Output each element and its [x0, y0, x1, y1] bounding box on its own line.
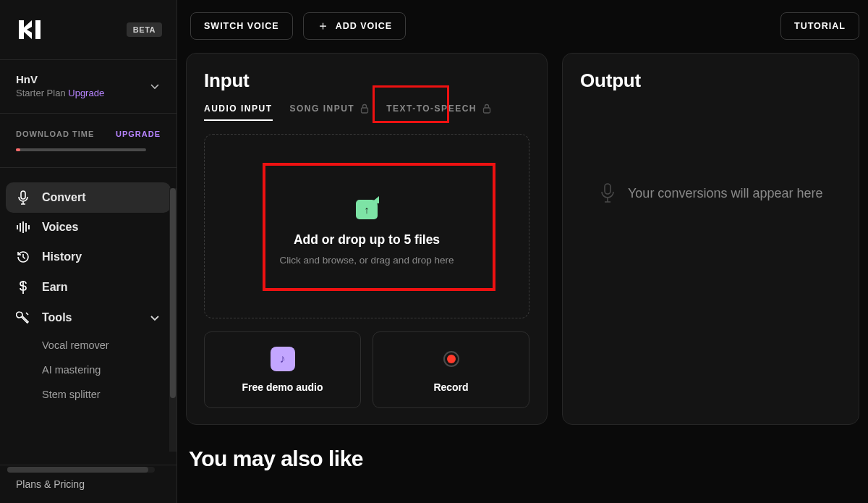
nav-convert[interactable]: Convert	[6, 182, 171, 213]
output-empty-text: Your conversions will appear here	[628, 186, 823, 201]
nav-vocal-remover[interactable]: Vocal remover	[6, 333, 171, 358]
nav-voices-label: Voices	[42, 221, 78, 234]
download-upgrade-link[interactable]: UPGRADE	[116, 130, 161, 138]
nav-earn[interactable]: Earn	[6, 272, 171, 303]
drop-title: Add or drop up to 5 files	[294, 232, 440, 248]
nav-convert-label: Convert	[42, 191, 85, 204]
demo-audio-button[interactable]: ♪ Free demo audio	[204, 331, 361, 408]
sidebar-scrollbar[interactable]	[169, 188, 176, 452]
main-area: SWITCH VOICE ＋ ADD VOICE TUTORIAL Input …	[177, 0, 868, 503]
record-button[interactable]: Record	[373, 331, 529, 408]
svg-rect-2	[483, 108, 490, 113]
input-tabs: AUDIO INPUT SONG INPUT TEXT-TO-SPEECH	[204, 103, 529, 121]
record-icon	[439, 347, 464, 371]
dollar-icon	[16, 280, 30, 295]
sidebar-hscroll[interactable]	[7, 467, 155, 473]
file-drop-zone[interactable]: ↑ Add or drop up to 5 files Click and br…	[204, 134, 529, 318]
switch-voice-button[interactable]: SWITCH VOICE	[190, 12, 293, 40]
nav-ai-mastering[interactable]: AI mastering	[6, 358, 171, 382]
lock-icon	[482, 103, 491, 114]
nav-earn-label: Earn	[42, 281, 68, 294]
top-toolbar: SWITCH VOICE ＋ ADD VOICE TUTORIAL	[186, 4, 859, 53]
you-may-also-like: You may also like	[186, 425, 859, 471]
sidebar: BETA HnV Starter Plan Upgrade DOWNLOAD T…	[0, 0, 177, 503]
nav-tools-label: Tools	[42, 311, 72, 324]
tab-song-input[interactable]: SONG INPUT	[290, 103, 370, 121]
output-panel: Output Your conversions will appear here	[562, 53, 859, 425]
tab-audio-input[interactable]: AUDIO INPUT	[204, 103, 273, 121]
download-time-section: DOWNLOAD TIME UPGRADE	[0, 114, 176, 168]
account-section[interactable]: HnV Starter Plan Upgrade	[0, 60, 176, 114]
beta-badge: BETA	[127, 22, 162, 37]
chevron-down-icon	[149, 80, 161, 92]
svg-rect-1	[362, 108, 368, 113]
app-logo[interactable]	[17, 19, 42, 41]
highlight-annotation	[263, 163, 495, 291]
history-icon	[16, 250, 30, 264]
also-like-heading: You may also like	[189, 447, 859, 471]
tutorial-button[interactable]: TUTORIAL	[780, 12, 859, 40]
upload-folder-icon: ↑	[356, 200, 378, 219]
nav-voices[interactable]: Voices	[6, 213, 171, 242]
output-heading: Output	[580, 69, 841, 92]
nav-history[interactable]: History	[6, 242, 171, 272]
plans-pricing-link[interactable]: Plans & Pricing	[16, 478, 161, 490]
lock-icon	[360, 103, 369, 114]
sidebar-header: BETA	[0, 0, 176, 60]
account-name: HnV	[16, 73, 104, 85]
music-note-icon: ♪	[271, 347, 295, 371]
upgrade-link[interactable]: Upgrade	[68, 88, 104, 98]
svg-rect-0	[21, 191, 25, 199]
nav-history-label: History	[42, 250, 82, 263]
account-plan: Starter Plan Upgrade	[16, 88, 104, 98]
microphone-icon	[16, 190, 30, 205]
tab-text-to-speech[interactable]: TEXT-TO-SPEECH	[386, 103, 491, 121]
chevron-down-icon	[149, 312, 161, 324]
input-heading: Input	[204, 69, 529, 92]
waveform-icon	[16, 221, 30, 234]
input-panel: Input AUDIO INPUT SONG INPUT TEXT-TO-SPE…	[186, 53, 548, 425]
nav-stem-splitter[interactable]: Stem splitter	[6, 382, 171, 407]
add-voice-button[interactable]: ＋ ADD VOICE	[303, 12, 406, 40]
tools-icon	[16, 310, 30, 325]
sidebar-nav: Convert Voices History Earn Tools	[0, 168, 176, 465]
microphone-icon	[599, 183, 616, 203]
download-time-label: DOWNLOAD TIME	[16, 130, 94, 138]
drop-subtitle: Click and browse, or drag and drop here	[280, 255, 454, 266]
svg-rect-3	[605, 184, 610, 194]
download-progress-bar	[16, 148, 146, 151]
nav-tools[interactable]: Tools	[6, 303, 171, 333]
